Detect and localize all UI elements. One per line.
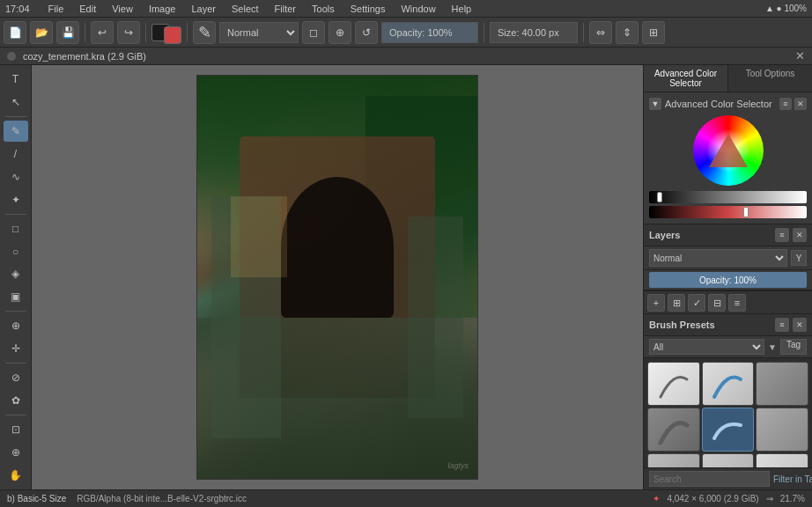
text-tool[interactable]: T — [4, 69, 28, 90]
brush-presets-close[interactable]: ✕ — [793, 318, 807, 332]
save-button[interactable]: 💾 — [56, 21, 79, 44]
brush-presets-config[interactable]: ≡ — [775, 318, 789, 332]
pen-tool[interactable]: ✦ — [4, 189, 28, 210]
layers-panel: Layers ≡ ✕ Normal Y Opacity: 100% — [644, 224, 812, 313]
line-tool[interactable]: / — [4, 143, 28, 165]
canvas-close-button[interactable]: ✕ — [795, 49, 805, 62]
layer-filter-button[interactable]: Y — [791, 250, 807, 266]
zoom-tool[interactable]: ⊕ — [4, 442, 28, 463]
menu-window[interactable]: Window — [398, 3, 438, 15]
brush-filter-select[interactable]: All — [649, 339, 764, 355]
menu-filter[interactable]: Filter — [272, 3, 299, 15]
filter-in-tag-button[interactable]: Filter in Tag — [773, 474, 812, 484]
layers-blend-row: Normal Y — [644, 246, 812, 270]
brush-search-input[interactable] — [649, 471, 770, 487]
freehand-select-tool[interactable]: ∿ — [4, 166, 28, 187]
size-control[interactable]: Size: 40.00 px — [490, 22, 578, 43]
opacity-control[interactable]: Opacity: 100% — [381, 22, 478, 43]
brush-item-8[interactable] — [702, 453, 755, 467]
tab-advanced-color-selector[interactable]: Advanced Color Selector — [644, 65, 728, 92]
canvas-titlebar: cozy_tenement.kra (2.9 GiB) ✕ — [0, 48, 812, 65]
toolbar: 📄 📂 💾 ↩ ↪ ✎ Normal ◻ ⊕ ↺ Opacity: 100% S… — [0, 18, 812, 48]
color-panel-config[interactable]: ≡ — [779, 98, 792, 110]
contiguous-select-tool[interactable]: ◈ — [4, 264, 28, 285]
eyedropper-tool[interactable]: ⊘ — [4, 367, 28, 388]
move-tool[interactable]: ✛ — [4, 338, 28, 359]
brush-item-9[interactable] — [756, 453, 808, 467]
erase-button[interactable]: ◻ — [302, 21, 325, 44]
slider-thumb-rgb — [743, 207, 749, 217]
check-layer-button[interactable]: ✓ — [688, 294, 705, 312]
new-button[interactable]: 📄 — [4, 21, 26, 44]
brush-item-6[interactable] — [756, 408, 808, 452]
layer-opacity-row[interactable]: Opacity: 100% — [644, 270, 812, 290]
open-button[interactable]: 📂 — [30, 21, 53, 44]
mirror-h-button[interactable]: ⇔ — [589, 21, 612, 44]
brush-grid — [644, 358, 812, 467]
menu-image[interactable]: Image — [146, 3, 179, 15]
menu-bar: 17:04 File Edit View Image Layer Select … — [0, 0, 812, 18]
brush-item-4[interactable] — [647, 408, 700, 452]
time-display: 17:04 — [5, 4, 30, 14]
main-area: T ↖ ✎ / ∿ ✦ □ ○ ◈ ▣ ⊕ ✛ ⊘ ✿ ⊡ ⊕ ✋ — [0, 65, 812, 489]
brush-item-7[interactable] — [647, 453, 700, 467]
arrange-layer-button[interactable]: ≡ — [728, 294, 746, 312]
toolbar-sep-1 — [85, 23, 85, 42]
brush-preview-7 — [648, 454, 699, 467]
color-slider-bw[interactable] — [649, 191, 807, 203]
wrap-button[interactable]: ⊞ — [642, 21, 665, 44]
brush-tag-button[interactable]: Tag — [780, 339, 807, 355]
color-bg[interactable] — [164, 26, 181, 44]
mirror-v-button[interactable]: ⇕ — [616, 21, 639, 44]
brush-tool[interactable]: ✎ — [4, 121, 28, 142]
menu-layer[interactable]: Layer — [188, 3, 218, 15]
brush-item-5[interactable] — [702, 408, 755, 452]
blend-mode-select[interactable]: Normal — [219, 22, 299, 43]
brush-preview-1 — [648, 363, 699, 405]
layer-opacity-slider[interactable]: Opacity: 100% — [649, 272, 807, 288]
canvas-image[interactable]: lagtys — [196, 75, 478, 480]
opacity-label: Opacity: 100% — [389, 27, 453, 38]
menu-settings[interactable]: Settings — [348, 3, 388, 15]
menu-select[interactable]: Select — [229, 3, 262, 15]
add-layer-button[interactable]: + — [647, 294, 665, 312]
brush-item-3[interactable] — [756, 362, 808, 406]
tab-tool-options[interactable]: Tool Options — [728, 65, 812, 92]
color-selector-collapse[interactable]: ▼ — [649, 98, 661, 110]
brush-item-1[interactable] — [647, 362, 700, 406]
group-layer-button[interactable]: ⊞ — [668, 294, 685, 312]
menu-view[interactable]: View — [109, 3, 136, 15]
copy-paint-button[interactable]: ⊕ — [328, 21, 351, 44]
smart-patch-tool[interactable]: ✿ — [4, 390, 28, 411]
color-wheel-container[interactable] — [649, 115, 807, 186]
color-slider-rgb[interactable] — [649, 206, 807, 218]
brush-preset-icon[interactable]: ✎ — [193, 21, 216, 44]
ellipse-tool[interactable]: ○ — [4, 241, 28, 262]
menu-edit[interactable]: Edit — [77, 3, 99, 15]
fill-tool[interactable]: ▣ — [4, 286, 28, 307]
color-panel-close[interactable]: ✕ — [794, 98, 807, 110]
layers-panel-header: Layers ≡ ✕ — [644, 224, 812, 246]
redo-button[interactable]: ↪ — [117, 21, 140, 44]
color-wheel[interactable] — [693, 115, 764, 186]
assistant-tool[interactable]: ⊡ — [4, 419, 28, 440]
reset-button[interactable]: ↺ — [355, 21, 378, 44]
layers-panel-config[interactable]: ≡ — [775, 228, 789, 242]
menu-help[interactable]: Help — [449, 3, 475, 15]
layers-panel-close[interactable]: ✕ — [793, 228, 807, 242]
canvas-dimensions: 4,042 × 6,000 (2.9 GiB) — [667, 494, 758, 503]
hand-tool[interactable]: ✋ — [4, 465, 28, 486]
transform-tool[interactable]: ⊕ — [4, 315, 28, 336]
layer-blend-mode-select[interactable]: Normal — [649, 249, 787, 267]
menu-tools[interactable]: Tools — [309, 3, 337, 15]
rectangle-tool[interactable]: □ — [4, 218, 28, 239]
merge-layer-button[interactable]: ⊟ — [708, 294, 726, 312]
brush-preview-6 — [757, 408, 808, 451]
brush-item-2[interactable] — [702, 362, 755, 406]
color-selector-header: ▼ Advanced Color Selector ≡ ✕ — [649, 98, 807, 110]
brush-preview-2 — [703, 363, 754, 405]
cursor-tool[interactable]: ↖ — [4, 92, 28, 113]
menu-file[interactable]: File — [46, 3, 67, 15]
undo-button[interactable]: ↩ — [91, 21, 114, 44]
canvas-area[interactable]: lagtys — [32, 65, 643, 489]
